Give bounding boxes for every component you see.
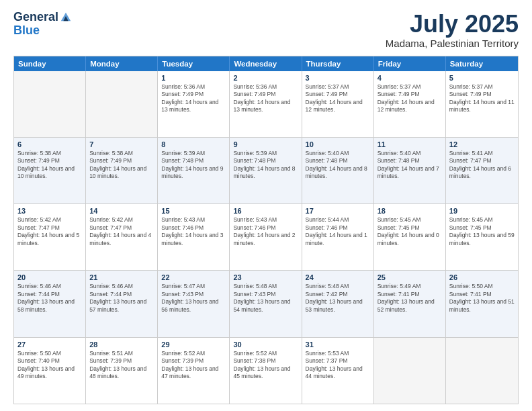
cal-cell: 23Sunrise: 5:48 AM Sunset: 7:43 PM Dayli… bbox=[230, 271, 302, 336]
day-info: Sunrise: 5:36 AM Sunset: 7:49 PM Dayligh… bbox=[233, 83, 298, 114]
logo-general: General bbox=[13, 11, 58, 24]
cal-cell bbox=[446, 338, 518, 404]
day-info: Sunrise: 5:44 AM Sunset: 7:46 PM Dayligh… bbox=[306, 216, 370, 247]
cal-cell: 5Sunrise: 5:37 AM Sunset: 7:49 PM Daylig… bbox=[446, 71, 518, 137]
day-info: Sunrise: 5:48 AM Sunset: 7:42 PM Dayligh… bbox=[306, 283, 370, 314]
day-number: 27 bbox=[17, 340, 82, 349]
day-info: Sunrise: 5:37 AM Sunset: 7:49 PM Dayligh… bbox=[378, 83, 442, 114]
day-info: Sunrise: 5:46 AM Sunset: 7:44 PM Dayligh… bbox=[17, 283, 82, 314]
day-number: 26 bbox=[449, 273, 515, 281]
day-number: 19 bbox=[449, 207, 515, 215]
day-number: 14 bbox=[89, 207, 154, 215]
day-number: 22 bbox=[161, 273, 226, 281]
cal-cell: 26Sunrise: 5:50 AM Sunset: 7:41 PM Dayli… bbox=[446, 271, 518, 336]
cal-row: 1Sunrise: 5:36 AM Sunset: 7:49 PM Daylig… bbox=[14, 71, 518, 137]
cal-cell: 7Sunrise: 5:38 AM Sunset: 7:49 PM Daylig… bbox=[86, 138, 158, 203]
day-info: Sunrise: 5:37 AM Sunset: 7:49 PM Dayligh… bbox=[449, 83, 515, 114]
day-info: Sunrise: 5:43 AM Sunset: 7:46 PM Dayligh… bbox=[233, 216, 298, 247]
day-number: 24 bbox=[306, 273, 370, 281]
day-info: Sunrise: 5:39 AM Sunset: 7:48 PM Dayligh… bbox=[233, 150, 298, 181]
day-number: 6 bbox=[17, 140, 82, 148]
day-number: 23 bbox=[233, 273, 298, 281]
day-number: 7 bbox=[89, 140, 154, 148]
cal-cell: 17Sunrise: 5:44 AM Sunset: 7:46 PM Dayli… bbox=[302, 204, 374, 270]
day-number: 13 bbox=[17, 207, 82, 215]
day-info: Sunrise: 5:38 AM Sunset: 7:49 PM Dayligh… bbox=[89, 150, 154, 181]
cal-cell: 16Sunrise: 5:43 AM Sunset: 7:46 PM Dayli… bbox=[230, 204, 302, 270]
day-number: 9 bbox=[233, 140, 298, 148]
day-info: Sunrise: 5:53 AM Sunset: 7:37 PM Dayligh… bbox=[306, 350, 370, 381]
day-number: 16 bbox=[233, 207, 298, 215]
day-info: Sunrise: 5:41 AM Sunset: 7:47 PM Dayligh… bbox=[449, 150, 515, 181]
logo: General Blue bbox=[13, 11, 72, 38]
day-number: 31 bbox=[306, 340, 370, 349]
logo-icon bbox=[60, 11, 72, 23]
day-info: Sunrise: 5:50 AM Sunset: 7:40 PM Dayligh… bbox=[17, 350, 82, 381]
day-info: Sunrise: 5:50 AM Sunset: 7:41 PM Dayligh… bbox=[449, 283, 515, 314]
day-info: Sunrise: 5:42 AM Sunset: 7:47 PM Dayligh… bbox=[89, 216, 154, 247]
logo-blue: Blue bbox=[13, 24, 40, 37]
day-number: 20 bbox=[17, 273, 82, 281]
day-info: Sunrise: 5:51 AM Sunset: 7:39 PM Dayligh… bbox=[89, 350, 154, 381]
cal-row: 27Sunrise: 5:50 AM Sunset: 7:40 PM Dayli… bbox=[14, 337, 518, 404]
cal-cell: 29Sunrise: 5:52 AM Sunset: 7:39 PM Dayli… bbox=[158, 338, 230, 404]
cal-cell bbox=[86, 71, 158, 137]
cal-cell: 14Sunrise: 5:42 AM Sunset: 7:47 PM Dayli… bbox=[86, 204, 158, 270]
subtitle: Madama, Palestinian Territory bbox=[386, 38, 519, 49]
cal-row: 13Sunrise: 5:42 AM Sunset: 7:47 PM Dayli… bbox=[14, 203, 518, 270]
page: General Blue July 2025 Madama, Palestini… bbox=[0, 0, 532, 411]
cal-cell: 15Sunrise: 5:43 AM Sunset: 7:46 PM Dayli… bbox=[158, 204, 230, 270]
day-number: 21 bbox=[89, 273, 154, 281]
cal-header-cell: Wednesday bbox=[230, 56, 302, 71]
day-number: 18 bbox=[378, 207, 442, 215]
cal-cell: 20Sunrise: 5:46 AM Sunset: 7:44 PM Dayli… bbox=[14, 271, 86, 336]
day-number: 17 bbox=[306, 207, 370, 215]
day-number: 25 bbox=[378, 273, 442, 281]
calendar: SundayMondayTuesdayWednesdayThursdayFrid… bbox=[13, 56, 519, 404]
day-number: 2 bbox=[233, 74, 298, 82]
day-number: 12 bbox=[449, 140, 515, 148]
cal-cell: 18Sunrise: 5:45 AM Sunset: 7:45 PM Dayli… bbox=[374, 204, 446, 270]
day-number: 3 bbox=[306, 74, 370, 82]
cal-cell: 13Sunrise: 5:42 AM Sunset: 7:47 PM Dayli… bbox=[14, 204, 86, 270]
cal-header-cell: Saturday bbox=[446, 56, 518, 71]
cal-header-cell: Friday bbox=[374, 56, 446, 71]
day-number: 15 bbox=[161, 207, 226, 215]
cal-cell: 11Sunrise: 5:40 AM Sunset: 7:48 PM Dayli… bbox=[374, 138, 446, 203]
day-info: Sunrise: 5:40 AM Sunset: 7:48 PM Dayligh… bbox=[306, 150, 370, 181]
cal-header-cell: Sunday bbox=[14, 56, 86, 71]
day-number: 4 bbox=[378, 74, 442, 82]
cal-row: 20Sunrise: 5:46 AM Sunset: 7:44 PM Dayli… bbox=[14, 270, 518, 336]
cal-header-cell: Thursday bbox=[302, 56, 374, 71]
cal-cell: 2Sunrise: 5:36 AM Sunset: 7:49 PM Daylig… bbox=[230, 71, 302, 137]
day-number: 1 bbox=[161, 74, 226, 82]
cal-cell: 21Sunrise: 5:46 AM Sunset: 7:44 PM Dayli… bbox=[86, 271, 158, 336]
cal-cell: 27Sunrise: 5:50 AM Sunset: 7:40 PM Dayli… bbox=[14, 338, 86, 404]
day-number: 11 bbox=[378, 140, 442, 148]
cal-cell: 28Sunrise: 5:51 AM Sunset: 7:39 PM Dayli… bbox=[86, 338, 158, 404]
cal-cell: 25Sunrise: 5:49 AM Sunset: 7:41 PM Dayli… bbox=[374, 271, 446, 336]
day-info: Sunrise: 5:39 AM Sunset: 7:48 PM Dayligh… bbox=[161, 150, 226, 181]
calendar-body: 1Sunrise: 5:36 AM Sunset: 7:49 PM Daylig… bbox=[14, 71, 518, 404]
cal-cell: 6Sunrise: 5:38 AM Sunset: 7:49 PM Daylig… bbox=[14, 138, 86, 203]
cal-cell: 8Sunrise: 5:39 AM Sunset: 7:48 PM Daylig… bbox=[158, 138, 230, 203]
cal-cell: 24Sunrise: 5:48 AM Sunset: 7:42 PM Dayli… bbox=[302, 271, 374, 336]
day-info: Sunrise: 5:36 AM Sunset: 7:49 PM Dayligh… bbox=[161, 83, 226, 114]
day-info: Sunrise: 5:43 AM Sunset: 7:46 PM Dayligh… bbox=[161, 216, 226, 247]
cal-cell bbox=[374, 338, 446, 404]
cal-cell: 19Sunrise: 5:45 AM Sunset: 7:45 PM Dayli… bbox=[446, 204, 518, 270]
day-info: Sunrise: 5:52 AM Sunset: 7:39 PM Dayligh… bbox=[161, 350, 226, 381]
day-info: Sunrise: 5:45 AM Sunset: 7:45 PM Dayligh… bbox=[378, 216, 442, 247]
day-info: Sunrise: 5:42 AM Sunset: 7:47 PM Dayligh… bbox=[17, 216, 82, 247]
day-number: 8 bbox=[161, 140, 226, 148]
cal-cell: 9Sunrise: 5:39 AM Sunset: 7:48 PM Daylig… bbox=[230, 138, 302, 203]
cal-row: 6Sunrise: 5:38 AM Sunset: 7:49 PM Daylig… bbox=[14, 137, 518, 203]
cal-header-cell: Tuesday bbox=[158, 56, 230, 71]
cal-cell: 12Sunrise: 5:41 AM Sunset: 7:47 PM Dayli… bbox=[446, 138, 518, 203]
calendar-header: SundayMondayTuesdayWednesdayThursdayFrid… bbox=[14, 56, 518, 71]
cal-cell: 22Sunrise: 5:47 AM Sunset: 7:43 PM Dayli… bbox=[158, 271, 230, 336]
cal-cell bbox=[14, 71, 86, 137]
day-info: Sunrise: 5:47 AM Sunset: 7:43 PM Dayligh… bbox=[161, 283, 226, 314]
day-info: Sunrise: 5:49 AM Sunset: 7:41 PM Dayligh… bbox=[378, 283, 442, 314]
cal-cell: 31Sunrise: 5:53 AM Sunset: 7:37 PM Dayli… bbox=[302, 338, 374, 404]
